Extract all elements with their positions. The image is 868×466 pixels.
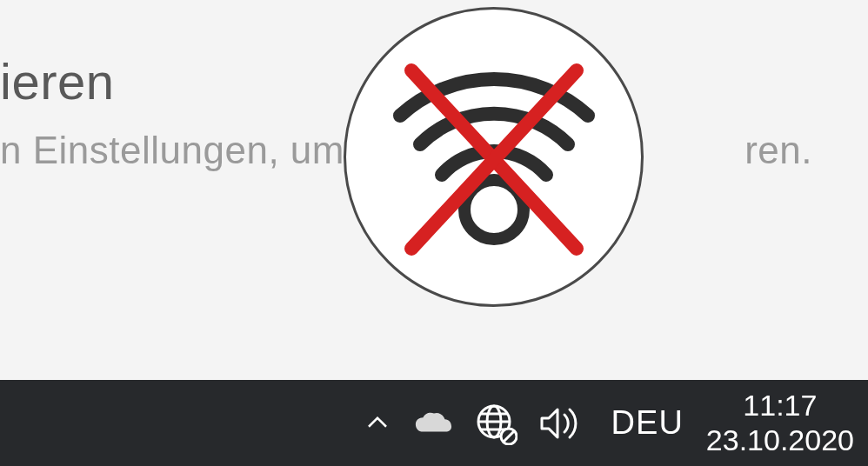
tray-sound[interactable] xyxy=(528,380,598,466)
wifi-disabled-overlay xyxy=(344,7,644,307)
onedrive-icon xyxy=(413,403,453,443)
tray-network[interactable] xyxy=(464,380,528,466)
tray-clock[interactable]: 11:17 23.10.2020 xyxy=(698,380,863,466)
heading-text-fragment: ieren xyxy=(0,52,114,110)
tray-time: 11:17 xyxy=(743,389,817,423)
wifi-disabled-icon xyxy=(381,44,607,270)
body-text-right: ren. xyxy=(744,129,812,171)
chevron-up-icon xyxy=(364,410,391,436)
tray-overflow-chevron[interactable] xyxy=(352,380,403,466)
sound-icon xyxy=(538,399,587,448)
tray-onedrive[interactable] xyxy=(403,380,464,466)
body-text-left: n Einstellungen, um W xyxy=(0,129,392,171)
taskbar: DEU 11:17 23.10.2020 xyxy=(0,380,868,466)
tray-language[interactable]: DEU xyxy=(598,380,698,466)
network-disabled-icon xyxy=(474,402,517,445)
tray-date: 23.10.2020 xyxy=(706,423,854,457)
desktop-content: ieren n Einstellungen, um W ren. xyxy=(0,0,868,380)
